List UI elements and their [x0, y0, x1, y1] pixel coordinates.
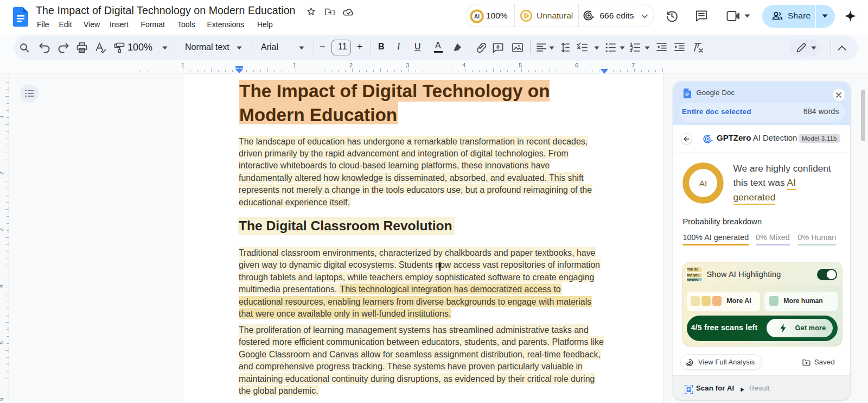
svg-text:AI: AI [474, 14, 480, 20]
svg-text:AI: AI [699, 178, 707, 187]
